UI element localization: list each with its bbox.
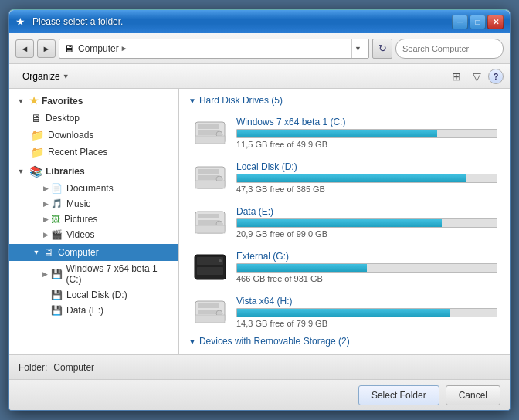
title-bar: ★ Please select a folder. ─ □ ✕ bbox=[9, 10, 510, 33]
hdd-svg bbox=[194, 253, 226, 281]
drive-info: External (G:) 466 GB free of 931 GB bbox=[236, 251, 497, 283]
drive-icon bbox=[192, 207, 229, 238]
nav-item-computer[interactable]: ▼ 🖥 Computer bbox=[9, 244, 178, 261]
nav-item-desktop[interactable]: 🖥 Desktop bbox=[9, 110, 178, 127]
videos-label: Videos bbox=[66, 229, 94, 240]
action-bar: Select Folder Cancel bbox=[9, 379, 510, 410]
close-button[interactable]: ✕ bbox=[487, 15, 504, 29]
view-toggle-button-2[interactable]: ▽ bbox=[468, 68, 485, 85]
forward-icon: ► bbox=[42, 44, 51, 53]
title-icon: ★ bbox=[15, 15, 28, 28]
nav-item-videos[interactable]: ▶ 🎬 Videos bbox=[9, 227, 178, 242]
folder-label: Folder: bbox=[19, 362, 47, 373]
favorites-star-icon: ★ bbox=[29, 95, 39, 107]
main-content: ▼ ★ Favorites 🖥 Desktop 📁 Downloads 📁 Re… bbox=[9, 89, 510, 354]
hard-disk-arrow-icon: ▼ bbox=[188, 97, 196, 105]
hard-disk-heading: ▼ Hard Disk Drives (5) bbox=[188, 95, 500, 106]
refresh-button[interactable]: ↻ bbox=[372, 39, 392, 59]
nav-item-d-drive[interactable]: 💾 Local Disk (D:) bbox=[9, 287, 178, 303]
minimize-button[interactable]: ─ bbox=[452, 15, 468, 29]
removable-label: Devices with Removable Storage (2) bbox=[199, 336, 350, 347]
progress-bar bbox=[237, 174, 466, 182]
recent-places-label: Recent Places bbox=[48, 147, 107, 158]
refresh-icon: ↻ bbox=[378, 42, 387, 54]
search-input[interactable] bbox=[402, 44, 509, 53]
c-drive-expander: ▶ bbox=[40, 270, 51, 278]
drive-name[interactable]: Vista x64 (H:) bbox=[236, 296, 497, 307]
drive-name[interactable]: External (G:) bbox=[236, 251, 497, 262]
drive-item: Vista x64 (H:) 14,3 GB free of 79,9 GB bbox=[188, 291, 500, 333]
drive-size: 14,3 GB free of 79,9 GB bbox=[236, 319, 497, 328]
drive-icon bbox=[192, 252, 229, 283]
favorites-expand-icon: ▼ bbox=[15, 96, 26, 107]
libraries-icon: 📚 bbox=[29, 165, 42, 178]
help-icon: ? bbox=[494, 72, 499, 81]
nav-item-downloads[interactable]: 📁 Downloads bbox=[9, 127, 178, 144]
svg-rect-6 bbox=[198, 169, 219, 174]
help-button[interactable]: ? bbox=[488, 69, 504, 84]
hdd-svg bbox=[194, 164, 226, 191]
nav-item-e-drive[interactable]: 💾 Data (E:) bbox=[9, 303, 178, 318]
drive-icon bbox=[192, 117, 229, 148]
nav-item-documents[interactable]: ▶ 📄 Documents bbox=[9, 181, 178, 196]
libraries-header[interactable]: ▼ 📚 Libraries bbox=[9, 162, 178, 181]
forward-button[interactable]: ► bbox=[37, 39, 56, 58]
drive-icon bbox=[192, 296, 229, 327]
address-path: Computer ► bbox=[78, 43, 348, 54]
pictures-icon: 🖼 bbox=[51, 214, 60, 225]
svg-point-18 bbox=[219, 259, 222, 262]
folder-bar: Folder: Computer bbox=[9, 354, 510, 379]
organize-chevron-icon: ▼ bbox=[63, 73, 70, 80]
hdd-svg bbox=[194, 298, 226, 326]
address-arrow-icon: ► bbox=[120, 44, 128, 52]
drive-size: 47,3 GB free of 385 GB bbox=[236, 185, 497, 194]
favorites-header[interactable]: ▼ ★ Favorites bbox=[9, 92, 178, 110]
cancel-button[interactable]: Cancel bbox=[446, 385, 500, 405]
d-drive-label: Local Disk (D:) bbox=[66, 290, 127, 300]
drive-name[interactable]: Local Disk (D:) bbox=[236, 161, 497, 172]
computer-nav-icon: 🖥 bbox=[43, 246, 54, 259]
address-dropdown-button[interactable]: ▼ bbox=[351, 39, 364, 58]
window-title: Please select a folder. bbox=[32, 16, 452, 27]
view-icon: ⊞ bbox=[452, 70, 461, 83]
drive-size: 11,5 GB free of 49,9 GB bbox=[236, 140, 497, 149]
svg-rect-4 bbox=[195, 136, 225, 144]
libraries-section: ▼ 📚 Libraries ▶ 📄 Documents ▶ 🎵 Music ▶ … bbox=[9, 162, 178, 242]
nav-item-c-drive[interactable]: ▶ 💾 Windows 7 x64 beta 1 (C:) bbox=[9, 261, 178, 287]
favorites-section: ▼ ★ Favorites 🖥 Desktop 📁 Downloads 📁 Re… bbox=[9, 92, 178, 161]
favorites-label: Favorites bbox=[42, 96, 83, 107]
drive-size: 466 GB free of 931 GB bbox=[236, 274, 497, 283]
drive-item: Data (E:) 20,9 GB free of 99,0 GB bbox=[188, 202, 500, 243]
toolbar: ◄ ► 🖥 Computer ► ▼ ↻ 🔍 bbox=[9, 33, 510, 64]
downloads-label: Downloads bbox=[48, 130, 93, 141]
drive-name[interactable]: Windows 7 x64 beta 1 (C:) bbox=[236, 117, 497, 127]
svg-rect-1 bbox=[198, 124, 219, 129]
music-expander: ▶ bbox=[40, 200, 51, 208]
maximize-button[interactable]: □ bbox=[470, 15, 486, 29]
select-folder-button[interactable]: Select Folder bbox=[358, 385, 439, 405]
back-icon: ◄ bbox=[21, 44, 29, 53]
music-label: Music bbox=[66, 198, 90, 209]
videos-icon: 🎬 bbox=[51, 229, 63, 240]
progress-bar bbox=[237, 264, 367, 272]
back-button[interactable]: ◄ bbox=[15, 39, 34, 58]
drive-size: 20,9 GB free of 99,0 GB bbox=[236, 229, 497, 239]
nav-item-recent-places[interactable]: 📁 Recent Places bbox=[9, 144, 178, 161]
progress-bar-container bbox=[236, 218, 497, 228]
nav-item-music[interactable]: ▶ 🎵 Music bbox=[9, 196, 178, 212]
computer-label: Computer bbox=[58, 247, 99, 258]
drive-name[interactable]: Data (E:) bbox=[236, 206, 497, 217]
organize-button[interactable]: Organize ▼ bbox=[15, 68, 76, 85]
view-toggle-button[interactable]: ⊞ bbox=[448, 68, 465, 85]
videos-expander: ▶ bbox=[40, 231, 51, 239]
svg-rect-17 bbox=[197, 267, 223, 275]
organize-label: Organize bbox=[22, 71, 60, 82]
address-bar[interactable]: 🖥 Computer ► ▼ bbox=[59, 39, 369, 59]
right-panel: ▼ Hard Disk Drives (5) Windows 7 x64 bet… bbox=[179, 89, 510, 354]
hard-disk-label: Hard Disk Drives (5) bbox=[199, 95, 283, 106]
progress-bar bbox=[237, 309, 450, 317]
folder-value: Computer bbox=[53, 362, 94, 373]
progress-bar-container bbox=[236, 263, 497, 273]
progress-bar-container bbox=[236, 129, 497, 138]
nav-item-pictures[interactable]: ▶ 🖼 Pictures bbox=[9, 212, 178, 227]
